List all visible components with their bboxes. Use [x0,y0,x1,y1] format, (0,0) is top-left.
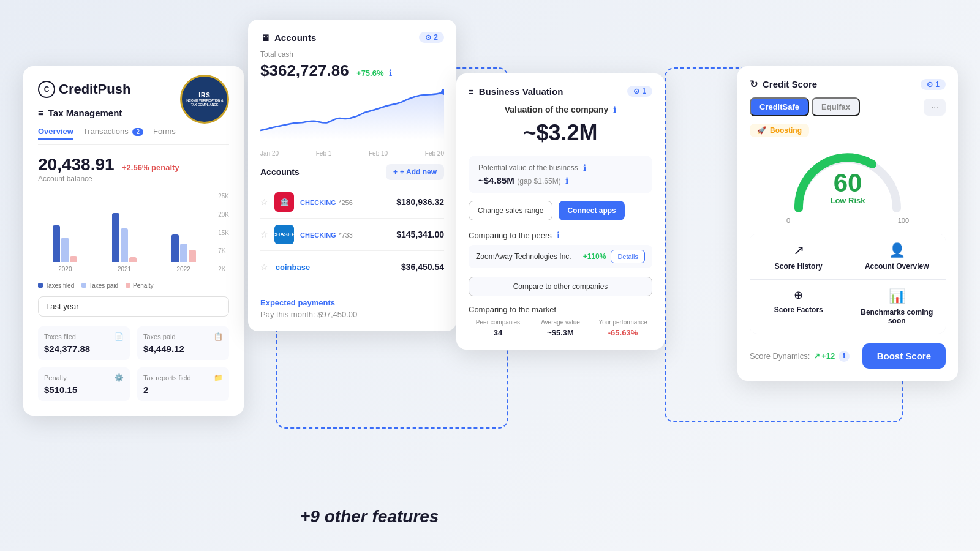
score-number: 60 [830,170,865,196]
gauge-max: 100 [898,217,909,224]
line-chart-svg [260,88,444,143]
bank-logo: 🏦 [274,192,294,212]
tax-amount: 20,438.91 [38,155,115,174]
add-new-button[interactable]: + + Add new [386,164,444,180]
potential-gap: (gap $1.65M) [517,177,563,186]
valuation-label: Valuation of the company [505,105,611,114]
transactions-badge: 2 [132,128,143,136]
credit-bottom: Score Dynamics: ↗ +12 ℹ Boost Score [750,343,946,369]
taxes-paid-icon: 📋 [214,332,223,341]
valuation-header: ≡ Business Valuation ⊙ 1 [469,86,652,97]
tab-transactions[interactable]: Transactions 2 [83,127,143,140]
credit-score-card: ↻ Credit Score ⊙ 1 CreditSafe Equifax ··… [737,66,958,381]
benchmarks-label: Benchmarks coming soon [857,308,938,325]
credit-header: ↻ Credit Score ⊙ 1 [750,78,946,90]
more-button[interactable]: ··· [924,99,946,116]
score-factors-icon: ⊕ [794,288,803,302]
accounts-title: Accounts [274,32,316,43]
taxes-paid-value: $4,449.12 [143,343,223,354]
connect-apps-button[interactable]: Connect apps [559,201,624,220]
change-sales-button[interactable]: Change sales range [469,201,552,220]
total-cash-row: $362,727.86 +75.6% ℹ [260,61,444,80]
equifax-tab[interactable]: Equifax [812,97,860,116]
bar-taxes-filed-2020 [53,225,60,262]
bar-chart-area: 2020 2021 2022 [38,193,229,272]
line-chart [260,88,444,143]
compare-button[interactable]: Compare to other companies [469,277,652,296]
potential-label: Potential value of the business ℹ [478,163,643,173]
credit-provider-tabs: CreditSafe Equifax ··· [750,97,946,116]
peer-row: ZoomAway Technologies Inc. +110% Details [469,245,652,268]
benchmarks-icon: 📊 [889,288,905,304]
legend-taxes-paid-dot [81,283,86,288]
tax-bar-chart: 25K 20K 15K 7K 2K 2020 [38,193,229,272]
star-coinbase[interactable]: ☆ [260,262,268,272]
market-perf-value: -65.63% [594,328,652,337]
chase-logo: CHASE⊙ [274,225,294,244]
boost-score-button[interactable]: Boost Score [862,343,946,369]
details-button[interactable]: Details [611,250,645,263]
peer-pct: +110% [583,252,606,261]
gauge-score-display: 60 Low Risk [830,170,865,205]
chase-type: CHECKING [300,231,336,239]
account-row-coinbase: ☆ coinbase $36,450.54 [260,251,444,283]
chase-account-info: CHECKING *733 [300,229,390,240]
tax-amount-row: 20,438.91 +2.56% penalty [38,155,229,174]
valuation-info-icon: ℹ [613,105,616,114]
info-icon: ℹ [389,68,392,78]
market-avg-value: ~$5.3M [531,328,590,337]
bar-penalty-2022 [189,250,196,262]
bar-penalty-2020 [70,256,77,262]
tax-management-icon: ≡ [38,108,43,118]
tab-forms[interactable]: Forms [153,127,176,140]
valuation-actions: Change sales range Connect apps [469,201,652,220]
bar-label-2022: 2022 [177,266,190,272]
account-overview-icon: 👤 [889,242,905,258]
bank-type: CHECKING [300,199,336,206]
potential-value: ~$4.85M [478,175,514,186]
line-fill [260,92,444,140]
accounts-badge: ⊙ 2 [419,32,444,43]
penalty-value: $510.15 [44,384,124,395]
grid-taxes-filed: Taxes filed 📄 $24,377.88 [38,326,130,360]
accounts-card: 🖥 Accounts ⊙ 2 Total cash $362,727.86 +7… [248,20,456,331]
account-overview-cell[interactable]: 👤 Account Overview [848,234,946,279]
comparing-peers-title: Comparing to the peers ℹ [469,230,652,240]
legend-penalty-dot [126,283,130,288]
bar-taxes-filed-2021 [112,213,119,262]
account-row-chase: ☆ CHASE⊙ CHECKING *733 $145,341.00 [260,219,444,251]
potential-box: Potential value of the business ℹ ~$4.85… [469,156,652,193]
star-bank[interactable]: ☆ [260,197,268,207]
coinbase-logo: coinbase [274,257,311,277]
taxes-filed-value: $24,377.88 [44,343,124,354]
tax-reports-icon: 📁 [214,373,223,382]
expected-subtitle: Pay this month: $97,450.00 [260,310,444,319]
bank-amount: $180,936.32 [396,197,444,207]
score-history-label: Score History [775,262,823,271]
dynamics-info-icon: ℹ [839,351,850,362]
score-factors-cell[interactable]: ⊕ Score Factors [750,280,848,334]
market-col-performance: Your performance -65.63% [594,319,652,337]
balance-label: Account balance [38,174,229,183]
bar-taxes-filed-2022 [172,234,179,262]
feature-grid: ↗ Score History 👤 Account Overview ⊕ Sco… [750,234,946,334]
valuation-card: ≡ Business Valuation ⊙ 1 Valuation of th… [456,73,665,350]
chart-y-axis: 25K 20K 15K 7K 2K [218,193,229,272]
grid-tax-reports: Tax reports field 📁 2 [137,367,229,401]
accounts-header: 🖥 Accounts ⊙ 2 [260,32,444,43]
grid-taxes-paid: Taxes paid 📋 $4,449.12 [137,326,229,360]
accounts-icon: 🖥 [260,32,270,43]
benchmarks-cell[interactable]: 📊 Benchmarks coming soon [848,280,946,334]
total-cash-label: Total cash [260,50,444,59]
score-history-cell[interactable]: ↗ Score History [750,234,848,279]
score-history-icon: ↗ [793,242,804,258]
market-col-average: Average value ~$5.3M [531,319,590,337]
tax-logo-area: C CreditPush IRS INCOME VERIFICATION & T… [38,81,229,98]
bar-taxes-paid-2020 [61,238,69,262]
creditsafe-tab[interactable]: CreditSafe [750,97,809,116]
gap-info-icon: ℹ [565,176,568,186]
period-select[interactable]: Last year This year [38,296,229,317]
dynamics-value: ↗ +12 [813,351,835,361]
star-chase[interactable]: ☆ [260,230,268,239]
tab-overview[interactable]: Overview [38,127,74,140]
